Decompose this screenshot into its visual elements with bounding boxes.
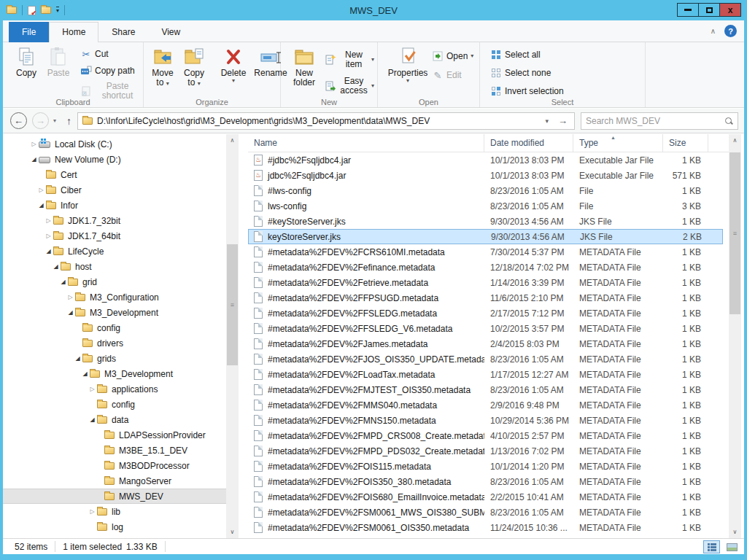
- file-row[interactable]: #metadata%2FDEV%2FMMS040.metadata2/9/201…: [248, 397, 723, 413]
- tree-item[interactable]: M3BODProcessor: [3, 458, 239, 473]
- expander-collapsed-icon[interactable]: ▷: [88, 386, 97, 392]
- expander-collapsed-icon[interactable]: ▷: [88, 508, 97, 515]
- file-row[interactable]: #metadata%2FDEV%2FJOS_OIS350_UPDATE.meta…: [248, 351, 723, 367]
- file-row[interactable]: #metadata%2FDEV%2FMNS150.metadata10/29/2…: [248, 413, 723, 428]
- address-path[interactable]: D:\Infor\LifeCycle\host\grid\M3_Developm…: [97, 116, 539, 126]
- move-to-button[interactable]: Move to ▾: [148, 44, 177, 88]
- select-all-button[interactable]: Select all: [490, 49, 564, 61]
- tree-item[interactable]: ▷JDK1.7_64bit: [3, 228, 239, 244]
- file-row[interactable]: #metadata%2FDEV%2FMJTEST_OIS350.metadata…: [248, 382, 723, 397]
- tree-item[interactable]: ◢grid: [3, 274, 239, 289]
- file-list-scrollbar[interactable]: ∧ ≡ ∨: [729, 134, 741, 538]
- tree-item[interactable]: config: [3, 320, 239, 335]
- file-row[interactable]: #metadata%2FDEV%2FOIS350_380.metadata8/2…: [248, 474, 723, 489]
- tree-item[interactable]: ▷M3_Configuration: [3, 289, 239, 305]
- copy-button[interactable]: Copy: [10, 44, 42, 78]
- close-button[interactable]: x: [719, 3, 741, 17]
- file-row[interactable]: #metadata%2FDEV%2FCRS610MI.metadata7/30/…: [248, 244, 723, 260]
- expander-expanded-icon[interactable]: ◢: [58, 279, 68, 285]
- expander-collapsed-icon[interactable]: ▷: [36, 187, 46, 193]
- tree-item[interactable]: drivers: [3, 335, 239, 351]
- expander-expanded-icon[interactable]: ◢: [73, 355, 82, 362]
- tab-share[interactable]: Share: [98, 22, 148, 42]
- cut-button[interactable]: ✂ Cut: [80, 48, 140, 60]
- paste-button[interactable]: Paste: [42, 44, 74, 78]
- tree-item[interactable]: config: [3, 397, 239, 412]
- expander-collapsed-icon[interactable]: ▷: [44, 233, 53, 239]
- expander-expanded-icon[interactable]: ◢: [80, 370, 90, 377]
- file-row[interactable]: #keyStoreServer.jks9/30/2013 4:56 AMJKS …: [248, 214, 723, 229]
- file-row[interactable]: #metadata%2FDEV%2FFSLEDG_V6.metadata10/2…: [248, 321, 723, 336]
- tree-item[interactable]: ▷Ciber: [3, 182, 239, 198]
- expander-expanded-icon[interactable]: ◢: [88, 416, 97, 423]
- file-row[interactable]: #metadata%2FDEV%2FOIS115.metadata10/1/20…: [248, 459, 723, 474]
- tree-item[interactable]: MWS_DEV: [3, 489, 239, 504]
- file-row[interactable]: #metadata%2FDEV%2FLoadTax.metadata1/17/2…: [248, 367, 723, 382]
- tree-scroll-up-icon[interactable]: ∧: [226, 134, 239, 147]
- tree-item[interactable]: LDAPSessionProvider: [3, 427, 239, 443]
- tree-item[interactable]: ◢grids: [3, 351, 239, 366]
- column-header-type[interactable]: Type: [573, 134, 663, 152]
- file-row[interactable]: #metadata%2FDEV%2FFPSUGD.metadata11/6/20…: [248, 290, 723, 306]
- expander-expanded-icon[interactable]: ◢: [36, 202, 46, 209]
- file-row[interactable]: #lws-config8/23/2016 1:05 AMFile1 KB: [248, 183, 723, 198]
- search-icon[interactable]: [724, 117, 733, 125]
- back-button[interactable]: ←: [10, 112, 27, 129]
- tree-scroll-down-icon[interactable]: ∨: [226, 526, 239, 538]
- tree-item[interactable]: MangoServer: [3, 473, 239, 489]
- file-row[interactable]: #metadata%2FDEV%2FMPD_CRS008_Create.meta…: [248, 428, 723, 443]
- tree-item[interactable]: ◢host: [3, 259, 239, 274]
- file-row[interactable]: jdbc%2Fsqljdbc4.jar10/1/2013 8:03 PMExec…: [248, 168, 723, 183]
- expander-collapsed-icon[interactable]: ▷: [66, 294, 75, 300]
- invert-selection-button[interactable]: Invert selection: [490, 85, 564, 97]
- forward-button[interactable]: →: [32, 112, 49, 129]
- address-bar[interactable]: D:\Infor\LifeCycle\host\grid\M3_Developm…: [77, 112, 575, 130]
- address-history-caret-icon[interactable]: ▾: [539, 117, 554, 125]
- tab-view[interactable]: View: [148, 22, 193, 42]
- file-row[interactable]: lws-config8/23/2016 1:05 AMFile3 KB: [248, 198, 723, 214]
- file-row[interactable]: #metadata%2FDEV%2Fefinance.metadata12/18…: [248, 260, 723, 275]
- tree-item[interactable]: ▷applications: [3, 381, 239, 397]
- file-scrollbar-thumb[interactable]: ≡: [729, 152, 740, 314]
- tree-item[interactable]: ▷Local Disk (C:): [3, 136, 239, 152]
- file-row[interactable]: #metadata%2FDEV%2FJames.metadata2/4/2015…: [248, 336, 723, 351]
- file-scroll-down-icon[interactable]: ∨: [729, 526, 741, 538]
- search-input[interactable]: [586, 116, 724, 126]
- properties-button[interactable]: Properties ▾: [385, 44, 430, 84]
- minimize-button[interactable]: [677, 3, 699, 17]
- new-item-button[interactable]: New item ▾: [325, 50, 374, 69]
- maximize-button[interactable]: [698, 3, 720, 17]
- details-view-button[interactable]: [703, 540, 720, 553]
- tree-item[interactable]: ▷JDK1.7_32bit: [3, 213, 239, 228]
- easy-access-button[interactable]: Easy access ▾: [325, 77, 374, 96]
- expander-collapsed-icon[interactable]: ▷: [29, 141, 39, 147]
- expander-expanded-icon[interactable]: ◢: [29, 156, 39, 163]
- column-header-name[interactable]: Name: [254, 134, 484, 152]
- expander-expanded-icon[interactable]: ◢: [44, 248, 53, 254]
- expander-collapsed-icon[interactable]: ▷: [44, 217, 53, 224]
- help-icon[interactable]: ?: [724, 25, 737, 37]
- file-row[interactable]: #metadata%2FDEV%2Fetrieve.metadata1/14/2…: [248, 275, 723, 290]
- file-row[interactable]: #metadata%2FDEV%2FMPD_PDS032_Create.meta…: [248, 443, 723, 459]
- select-none-button[interactable]: Select none: [490, 67, 564, 79]
- file-row[interactable]: #jdbc%2Fsqljdbc4.jar10/1/2013 8:03 PMExe…: [248, 152, 723, 168]
- open-button[interactable]: Open ▾: [432, 50, 473, 62]
- file-scroll-up-icon[interactable]: ∧: [729, 134, 741, 147]
- expander-expanded-icon[interactable]: ◢: [66, 309, 75, 316]
- delete-button[interactable]: Delete ▾: [217, 44, 249, 84]
- minimize-ribbon-icon[interactable]: ∧: [711, 28, 716, 35]
- recent-locations-caret-icon[interactable]: ▾: [49, 117, 61, 124]
- file-row[interactable]: #metadata%2FDEV%2FFSLEDG.metadata2/17/20…: [248, 306, 723, 321]
- tree-item[interactable]: Cert: [3, 167, 239, 182]
- file-row[interactable]: #metadata%2FDEV%2FSM0061_OIS350.metadata…: [248, 520, 723, 535]
- tree-item[interactable]: ◢data: [3, 412, 239, 427]
- edit-button[interactable]: ✎ Edit: [432, 69, 473, 81]
- file-row[interactable]: #metadata%2FDEV%2FSM0061_MWS_OIS380_SUBM…: [248, 505, 723, 520]
- tree-scrollbar-thumb[interactable]: ≡: [227, 244, 238, 365]
- new-folder-button[interactable]: New folder: [287, 44, 322, 88]
- tree-item[interactable]: ▷lib: [3, 504, 239, 519]
- column-header-size[interactable]: Size: [663, 134, 708, 152]
- file-row[interactable]: keyStoreServer.jks9/30/2013 4:56 AMJKS F…: [248, 229, 723, 244]
- tree-item[interactable]: M3BE_15.1_DEV: [3, 443, 239, 458]
- address-go-icon[interactable]: →: [554, 115, 571, 126]
